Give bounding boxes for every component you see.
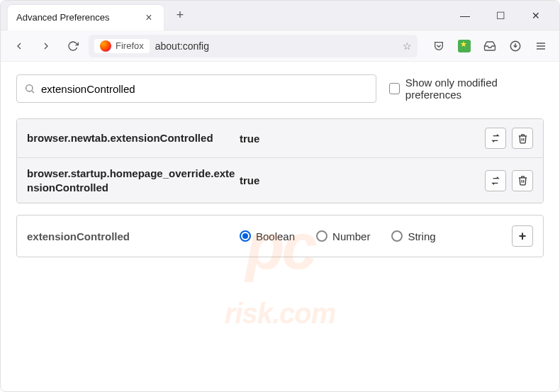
navbar: Firefox about:config ☆ [1,30,559,62]
menu-button[interactable] [530,35,552,57]
plus-icon: + [177,8,184,23]
forward-icon [40,40,52,52]
radio-icon [316,230,327,242]
pocket-icon [433,40,444,52]
radio-label: Number [332,230,370,242]
create-preference-row: extensionControlled Boolean Number Strin… [16,215,544,257]
preference-value: true [240,133,296,145]
firefox-logo-icon [100,40,111,52]
download-icon [509,40,522,52]
extensions-button[interactable] [453,35,476,57]
forward-button[interactable] [35,35,57,57]
window-controls: — ☐ ✕ [454,5,559,26]
bookmark-star-icon[interactable]: ☆ [403,40,412,52]
extension-icon [458,40,471,52]
inbox-icon [483,40,496,52]
toggle-button[interactable] [485,170,506,191]
radio-label: Boolean [256,230,295,242]
svg-point-4 [26,85,33,91]
firefox-label: Firefox [116,40,144,51]
search-input[interactable] [41,83,369,95]
preferences-list: browser.newtab.extensionControlled true … [16,118,544,203]
url-text: about:config [155,40,209,52]
address-bar[interactable]: Firefox about:config ☆ [89,35,418,57]
close-icon: ✕ [532,10,540,21]
search-icon [24,83,35,94]
close-tab-icon[interactable]: × [142,11,155,24]
firefox-badge: Firefox [94,39,150,53]
preference-row: browser.startup.homepage_override.extens… [17,157,543,203]
plus-icon: + [519,229,527,244]
delete-button[interactable] [512,170,533,191]
maximize-button[interactable]: ☐ [490,5,511,26]
preference-name: browser.startup.homepage_override.extens… [27,167,240,194]
checkbox-icon [389,83,400,94]
minimize-button[interactable]: — [454,5,476,26]
back-icon [13,40,25,52]
maximize-icon: ☐ [496,10,505,21]
browser-tab[interactable]: Advanced Preferences × [8,5,164,30]
only-modified-checkbox[interactable]: Show only modified preferences [389,77,544,101]
preference-name: browser.newtab.extensionControlled [27,131,240,145]
toolbar-icons [422,35,552,57]
search-box[interactable] [16,74,376,103]
tab-title: Advanced Preferences [16,12,110,23]
titlebar: Advanced Preferences × + — ☐ ✕ [1,1,559,30]
create-name: extensionControlled [27,230,240,242]
radio-string[interactable]: String [391,230,435,242]
search-row: Show only modified preferences [16,74,544,103]
radio-icon [391,230,403,242]
trash-icon [517,133,528,144]
minimize-icon: — [460,10,470,21]
content-area: Show only modified preferences browser.n… [1,62,559,270]
toggle-icon [490,133,501,144]
preference-actions [485,170,533,191]
close-window-button[interactable]: ✕ [525,5,547,26]
download-button[interactable] [504,35,527,57]
preference-actions [485,128,533,149]
svg-line-5 [32,91,34,93]
delete-button[interactable] [512,128,533,149]
radio-label: String [408,230,435,242]
hamburger-icon [535,40,547,52]
window-frame: Advanced Preferences × + — ☐ ✕ Firefox a… [0,0,560,392]
create-add-wrap: + [512,225,533,247]
preference-value: true [240,174,296,186]
type-radio-group: Boolean Number String [240,230,436,242]
trash-icon [517,175,528,186]
toggle-icon [490,175,501,186]
only-modified-label: Show only modified preferences [405,77,544,101]
radio-number[interactable]: Number [316,230,370,242]
add-preference-button[interactable]: + [512,225,533,247]
reload-icon [67,40,79,52]
pocket-button[interactable] [427,35,450,57]
new-tab-button[interactable]: + [169,5,191,26]
reload-button[interactable] [62,35,84,57]
preference-row: browser.newtab.extensionControlled true [17,119,543,157]
toggle-button[interactable] [485,128,506,149]
back-button[interactable] [8,35,30,57]
inbox-button[interactable] [478,35,501,57]
radio-icon [240,230,251,242]
radio-boolean[interactable]: Boolean [240,230,295,242]
